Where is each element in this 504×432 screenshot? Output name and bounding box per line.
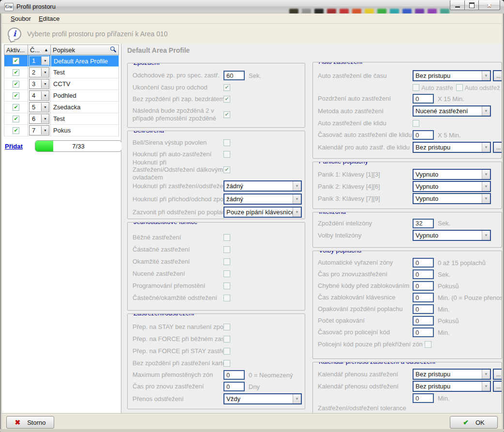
bell-output-checkbox[interactable]: [223, 139, 230, 146]
repeat-count-input[interactable]: [413, 316, 434, 326]
row-number-combo[interactable]: 2▼: [29, 67, 49, 77]
column-header-aktiv[interactable]: Aktiv...: [4, 45, 28, 55]
search-icon[interactable]: [110, 46, 117, 54]
row-active-checkbox[interactable]: ✔: [13, 127, 19, 134]
row-active-checkbox[interactable]: ✔: [13, 58, 19, 64]
no-delay-card-arm-checkbox[interactable]: [223, 360, 230, 367]
table-row[interactable]: ✔ 6▼ Test: [4, 113, 119, 125]
onetouch-partial-disarm-checkbox[interactable]: [223, 295, 230, 301]
menu-soubor[interactable]: Soubor: [7, 14, 35, 23]
row-label[interactable]: Test: [51, 67, 119, 78]
chevron-down-icon[interactable]: ▼: [41, 115, 49, 123]
no-delay-wireless-checkbox[interactable]: ✔: [223, 96, 230, 103]
table-row[interactable]: ✔ 1▼ Default Area Profile: [4, 55, 119, 67]
intellizone-delay-input[interactable]: [413, 219, 434, 228]
panic3-dropdown[interactable]: Vypnuto▼: [413, 193, 491, 204]
disarm-report-calendar-dropdown[interactable]: Bez pristupu▼: [413, 381, 491, 392]
autoarm-method-dropdown[interactable]: Nucené zastřežení▼: [413, 105, 491, 117]
autoarm-idle-calendar-dropdown[interactable]: Bez pristupu▼: [413, 142, 491, 153]
add-profile-link[interactable]: Přidat: [5, 143, 23, 150]
onetouch-bypass-checkbox[interactable]: [223, 283, 230, 289]
armdisarm-tolerance-input[interactable]: [413, 393, 434, 403]
chevron-down-icon: ▼: [482, 106, 490, 116]
auto-zone-shutdown-input[interactable]: [413, 258, 434, 268]
honk-armdisarm-dropdown[interactable]: žádný▼: [223, 180, 302, 192]
onetouch-partial-arm-checkbox[interactable]: [223, 246, 230, 253]
arm-report-calendar-more-button[interactable]: ...: [493, 369, 502, 380]
row-active-checkbox[interactable]: ✔: [13, 81, 19, 88]
max-bypassed-zones-input[interactable]: [223, 370, 245, 380]
rearm-time-input[interactable]: [223, 382, 245, 391]
exit-time-end-checkbox[interactable]: ✔: [223, 84, 230, 91]
chevron-down-icon[interactable]: ▼: [41, 91, 49, 100]
chevron-down-icon[interactable]: ▼: [41, 126, 49, 134]
onetouch-instant-arm-checkbox[interactable]: [223, 258, 230, 265]
row-number-combo[interactable]: 4▼: [29, 90, 49, 101]
police-code-timer-input[interactable]: [413, 328, 434, 337]
maximize-button[interactable]: [465, 0, 479, 10]
keypad-lockout-time-input[interactable]: [413, 293, 434, 302]
autoarm-time-dropdown[interactable]: Bez pristupu▼: [413, 70, 491, 81]
row-number-combo[interactable]: 5▼: [29, 102, 49, 112]
force-stay-arm-checkbox[interactable]: [223, 348, 230, 355]
row-active-checkbox[interactable]: ✔: [13, 69, 19, 76]
row-label[interactable]: Zsedacka: [51, 102, 119, 113]
onetouch-forced-arm-checkbox[interactable]: [223, 270, 230, 277]
autoarm-idle-checkbox[interactable]: [413, 120, 419, 127]
column-header-cislo[interactable]: Č...▲: [28, 45, 51, 55]
row-number-combo[interactable]: 1▼: [29, 56, 49, 66]
force-regular-arm-checkbox[interactable]: [223, 336, 230, 343]
table-row[interactable]: ✔ 5▼ Zsedacka: [4, 102, 119, 113]
rearm-after-alarm-input[interactable]: [413, 269, 434, 279]
honk-entryexit-dropdown[interactable]: žádný▼: [223, 194, 302, 205]
autoarm-idle-timer-input[interactable]: [413, 130, 434, 140]
exit-delay-input[interactable]: [223, 71, 245, 80]
intellizone-options-dropdown[interactable]: Vypnuto▼: [413, 230, 491, 241]
row-active-checkbox[interactable]: ✔: [13, 116, 19, 122]
disarm-report-calendar-more-button[interactable]: ...: [493, 381, 502, 392]
table-row[interactable]: ✔ 2▼ Test: [4, 67, 119, 78]
autoarm-idle-calendar-more-button[interactable]: ...: [493, 142, 502, 153]
column-header-popisek[interactable]: Popisek: [51, 45, 119, 55]
close-button[interactable]: ✖: [479, 0, 500, 10]
police-code-crosszone-checkbox[interactable]: [425, 341, 431, 348]
row-label[interactable]: Pokus: [51, 125, 119, 136]
autoarm-time-more-button[interactable]: ...: [493, 70, 502, 81]
table-row[interactable]: ✔ 3▼ CCTV: [4, 78, 119, 90]
follow-delay2-checkbox[interactable]: ✔: [223, 111, 230, 118]
row-active-checkbox[interactable]: ✔: [13, 92, 19, 99]
row-label[interactable]: Default Area Profile: [51, 55, 119, 67]
ok-button[interactable]: ✔ OK: [450, 416, 498, 429]
row-number-combo[interactable]: 6▼: [29, 114, 49, 124]
chevron-down-icon[interactable]: ▼: [41, 57, 49, 65]
honk-remote-checkbox[interactable]: ✔: [223, 166, 230, 173]
row-active-checkbox[interactable]: ✔: [13, 104, 19, 111]
honk-autoarm-checkbox[interactable]: [223, 151, 230, 158]
wrong-codes-lockout-input[interactable]: [413, 281, 434, 291]
panic2-dropdown[interactable]: Vypnuto▼: [413, 181, 491, 192]
chevron-down-icon[interactable]: ▼: [41, 68, 49, 76]
ring-after-alarm-dropdown[interactable]: Pouze pípání klávesnice▼: [223, 207, 302, 218]
panic1-dropdown[interactable]: Vypnuto▼: [413, 169, 491, 180]
table-row[interactable]: ✔ 4▼ Podhled: [4, 90, 119, 102]
auto-disarm-checkbox[interactable]: [456, 84, 463, 91]
arm-report-calendar-dropdown[interactable]: Bez pristupu▼: [413, 369, 491, 380]
row-label[interactable]: Test: [51, 113, 119, 125]
onetouch-regular-arm-checkbox[interactable]: [223, 234, 230, 241]
row-label[interactable]: Podhled: [51, 90, 119, 102]
row-label[interactable]: CCTV: [51, 78, 119, 90]
menu-editace[interactable]: Editace: [35, 14, 63, 23]
alarm-delay-repeat-input[interactable]: [413, 304, 434, 314]
auto-arm-checkbox[interactable]: [413, 84, 419, 91]
title-bar[interactable]: Gw Profil prostoru ✖: [0, 0, 504, 14]
minimize-button[interactable]: [450, 0, 465, 10]
row-number-combo[interactable]: 7▼: [29, 125, 49, 135]
autoarm-postpone-input[interactable]: [413, 94, 434, 104]
chevron-down-icon[interactable]: ▼: [41, 103, 49, 111]
stay-no-entry-checkbox[interactable]: [223, 324, 230, 330]
disarm-report-dropdown[interactable]: Vždy▼: [223, 393, 302, 404]
row-number-combo[interactable]: 3▼: [29, 79, 49, 89]
cancel-button[interactable]: ✖ Storno: [6, 416, 54, 429]
table-row[interactable]: ✔ 7▼ Pokus: [4, 125, 119, 136]
chevron-down-icon[interactable]: ▼: [41, 80, 49, 88]
